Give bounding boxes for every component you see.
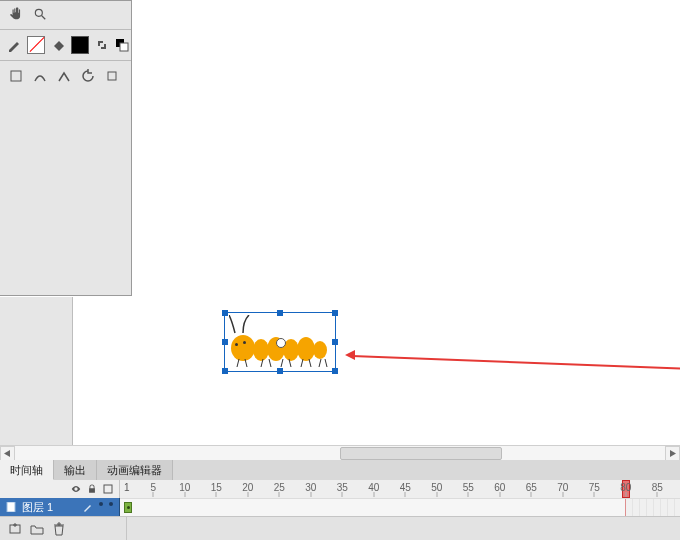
curve-icon [33,69,47,83]
keyframe-marker[interactable] [124,502,132,513]
zoom-tool[interactable] [30,4,50,24]
layer-header-icons [0,480,120,498]
scroll-left-button[interactable] [0,446,15,461]
timeline-ruler[interactable]: 1 51015202530354045505560657075808590 [0,480,680,499]
svg-rect-18 [104,485,112,493]
option-misc[interactable] [102,66,122,86]
selection-bounding-box[interactable] [224,312,336,372]
bottom-tabs: 时间轴 输出 动画编辑器 [0,460,680,481]
legs-icon [235,359,335,369]
option-smooth[interactable] [30,66,50,86]
swap-icon [95,38,109,52]
resize-handle-br[interactable] [332,368,338,374]
svg-line-7 [309,359,311,367]
resize-handle-tm[interactable] [277,310,283,316]
hand-icon [9,7,23,21]
trailing-frames [626,499,680,516]
magnifier-icon [33,7,47,21]
svg-line-11 [42,16,46,20]
page-icon [6,502,16,512]
timeline-layer-row: 图层 1 [0,498,680,516]
scroll-thumb[interactable] [340,447,502,460]
resize-handle-tr[interactable] [332,310,338,316]
fill-color-swatch[interactable] [50,35,66,55]
vis-dot[interactable] [99,502,103,506]
triangle-right-icon [669,450,676,457]
angle-icon [57,69,71,83]
frame-ruler-ticks[interactable]: 1 51015202530354045505560657075808590 [120,480,680,498]
default-colors[interactable] [114,35,130,55]
antennae-icon [229,315,259,335]
svg-line-2 [261,359,263,367]
svg-rect-14 [11,71,21,81]
layer-label[interactable]: 图层 1 [0,498,120,516]
layer-name-text: 图层 1 [22,500,53,515]
scroll-right-button[interactable] [665,446,680,461]
resize-handle-mr[interactable] [332,339,338,345]
tools-panel [0,0,132,296]
annotation-arrow-line [352,355,680,372]
layer-frame-track[interactable] [120,498,680,516]
triangle-left-icon [4,450,11,457]
option-straighten[interactable] [54,66,74,86]
pencil-small-icon [83,502,93,512]
svg-line-4 [281,359,283,367]
resize-handle-tl[interactable] [222,310,228,316]
svg-line-8 [319,359,321,367]
new-layer-icon [8,522,22,536]
black-swatch[interactable] [70,35,90,55]
svg-line-0 [237,359,239,367]
svg-line-3 [269,359,271,367]
transform-pivot[interactable] [276,338,286,348]
pencil-icon [7,38,21,52]
left-gutter [0,297,73,446]
lock-icon[interactable] [87,484,97,494]
folder-icon [30,522,44,536]
frame-1-label: 1 [124,482,130,493]
outline-icon[interactable] [103,484,113,494]
resize-handle-ml[interactable] [222,339,228,345]
svg-line-5 [289,359,291,367]
svg-rect-15 [108,72,116,80]
tab-timeline[interactable]: 时间轴 [0,460,54,480]
svg-line-1 [245,359,247,367]
svg-rect-13 [120,43,128,51]
eye-icon[interactable] [71,484,81,494]
new-layer-button[interactable] [6,520,24,538]
resize-handle-bl[interactable] [222,368,228,374]
svg-point-10 [35,9,42,16]
lock-dot[interactable] [109,502,113,506]
square-icon [105,69,119,83]
no-fill-swatch[interactable] [26,35,46,55]
svg-marker-16 [4,450,10,457]
trash-icon [52,522,66,536]
option-rotate[interactable] [78,66,98,86]
svg-line-6 [301,359,303,367]
hand-tool[interactable] [6,4,26,24]
resize-handle-bm[interactable] [277,368,283,374]
bucket-icon [51,38,65,52]
tab-motion-editor[interactable]: 动画编辑器 [97,460,173,480]
annotation-arrow-head [345,350,355,360]
scroll-track[interactable] [15,446,665,461]
rotate-icon [81,69,95,83]
rect-icon [9,69,23,83]
layer-footer [0,516,680,540]
swap-colors[interactable] [94,35,110,55]
option-snap[interactable] [6,66,26,86]
delete-layer-button[interactable] [50,520,68,538]
stroke-color-swatch[interactable] [6,35,22,55]
svg-rect-19 [7,502,15,512]
new-folder-button[interactable] [28,520,46,538]
tab-output[interactable]: 输出 [54,460,97,480]
svg-marker-17 [670,450,676,457]
default-colors-icon [115,38,129,52]
svg-line-9 [325,359,327,367]
